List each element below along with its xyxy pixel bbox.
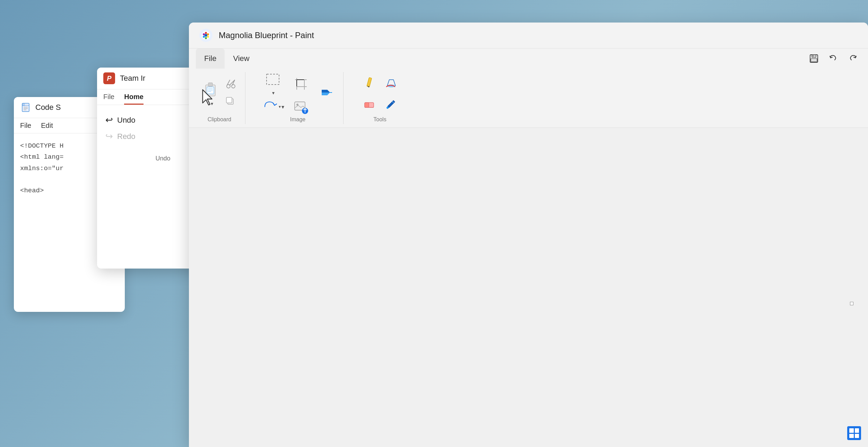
svg-rect-18 xyxy=(813,55,814,57)
svg-point-10 xyxy=(207,36,209,38)
image-tools: ▾ xyxy=(262,72,333,114)
ppt-redo-label: Redo xyxy=(117,132,136,141)
resize-tool-icon[interactable]: ▾ ▾ xyxy=(262,99,284,114)
code-menu-edit[interactable]: Edit xyxy=(41,122,53,130)
clipboard-tools: ▾ xyxy=(202,72,237,114)
win-key-pane-tl xyxy=(849,428,854,433)
ribbon-tab-view-label: View xyxy=(233,54,249,63)
eyedropper-tool-icon[interactable] xyxy=(382,95,400,113)
ppt-undo-label: Undo xyxy=(117,116,136,125)
insert-image-icon[interactable] xyxy=(290,99,312,114)
ribbon-toolbar-right xyxy=(806,49,861,69)
tools-icons xyxy=(360,72,400,114)
svg-point-39 xyxy=(296,104,298,106)
undo-icon: ↩ xyxy=(105,115,113,125)
win-key-pane-bl xyxy=(849,434,854,438)
svg-rect-32 xyxy=(267,74,279,85)
svg-point-8 xyxy=(205,32,207,34)
undo-button[interactable] xyxy=(825,50,842,67)
copy-icon[interactable] xyxy=(225,96,237,109)
svg-rect-35 xyxy=(297,80,304,87)
tools-label: Tools xyxy=(373,114,386,124)
paste-icon[interactable] xyxy=(202,80,222,99)
clipboard-label: Clipboard xyxy=(208,114,231,124)
ribbon-tab-view[interactable]: View xyxy=(225,49,258,69)
code-menu-file[interactable]: File xyxy=(20,122,31,130)
paint-window-title: Magnolia Blueprint - Paint xyxy=(219,30,314,40)
ribbon-spacer-1 xyxy=(245,72,252,124)
redo-button[interactable] xyxy=(844,50,861,67)
svg-point-50 xyxy=(387,107,389,109)
scissors-icon[interactable] xyxy=(225,78,237,93)
image-group: ▾ xyxy=(252,72,344,124)
win-key-pane-tr xyxy=(855,428,859,433)
paint-ribbon-content: ▾ xyxy=(189,69,868,128)
notepad-icon xyxy=(20,102,31,113)
svg-point-9 xyxy=(207,33,209,35)
svg-rect-17 xyxy=(811,59,817,62)
ribbon-tab-file[interactable]: File xyxy=(196,49,225,69)
eraser-tool-icon[interactable] xyxy=(360,95,378,113)
save-icon xyxy=(809,54,819,63)
save-button[interactable] xyxy=(806,50,822,67)
paint-window: Magnolia Blueprint - Paint File View xyxy=(189,23,868,447)
svg-rect-44 xyxy=(367,77,372,87)
svg-point-12 xyxy=(203,36,205,38)
redo-icon xyxy=(848,54,858,63)
ppt-tab-file[interactable]: File xyxy=(103,93,114,105)
redo-icon: ↪ xyxy=(105,131,113,142)
fill-bucket-icon[interactable] xyxy=(382,73,400,91)
clipboard-group: ▾ xyxy=(196,72,245,124)
svg-rect-20 xyxy=(208,83,212,86)
fill-tool-icon[interactable] xyxy=(318,85,333,102)
svg-rect-21 xyxy=(207,87,214,94)
windows-key[interactable] xyxy=(847,426,861,440)
svg-point-14 xyxy=(205,34,207,37)
crop-tool-icon[interactable] xyxy=(290,72,312,96)
paint-ribbon: File View xyxy=(189,49,868,128)
paint-app-icon xyxy=(199,28,213,43)
svg-rect-31 xyxy=(226,97,232,103)
svg-rect-48 xyxy=(365,103,369,107)
tools-group: Tools xyxy=(350,72,409,124)
code-editor-title: Code S xyxy=(35,103,61,112)
ribbon-tab-file-label: File xyxy=(204,54,216,63)
svg-marker-42 xyxy=(322,90,330,93)
win-key-pane-br xyxy=(855,434,859,438)
canvas-resize-handle[interactable] xyxy=(850,302,853,305)
svg-point-13 xyxy=(203,33,205,35)
paste-dropdown[interactable]: ▾ xyxy=(211,101,213,106)
ppt-title: Team Ir xyxy=(120,74,145,83)
paint-canvas[interactable] xyxy=(189,128,868,447)
paint-ribbon-top: File View xyxy=(189,49,868,69)
svg-point-11 xyxy=(205,37,207,39)
image-label: Image xyxy=(290,114,305,124)
select-dropdown[interactable]: ▾ xyxy=(272,90,275,96)
pencil-tool-icon[interactable] xyxy=(360,73,378,91)
select-tool-icon[interactable] xyxy=(264,72,282,89)
svg-rect-16 xyxy=(812,55,816,58)
powerpoint-icon: P xyxy=(103,72,115,84)
paint-titlebar: Magnolia Blueprint - Paint xyxy=(189,23,868,49)
ribbon-spacer-2 xyxy=(344,72,350,124)
svg-rect-1 xyxy=(22,103,25,106)
ppt-tab-home[interactable]: Home xyxy=(124,93,144,105)
undo-icon xyxy=(828,54,838,63)
